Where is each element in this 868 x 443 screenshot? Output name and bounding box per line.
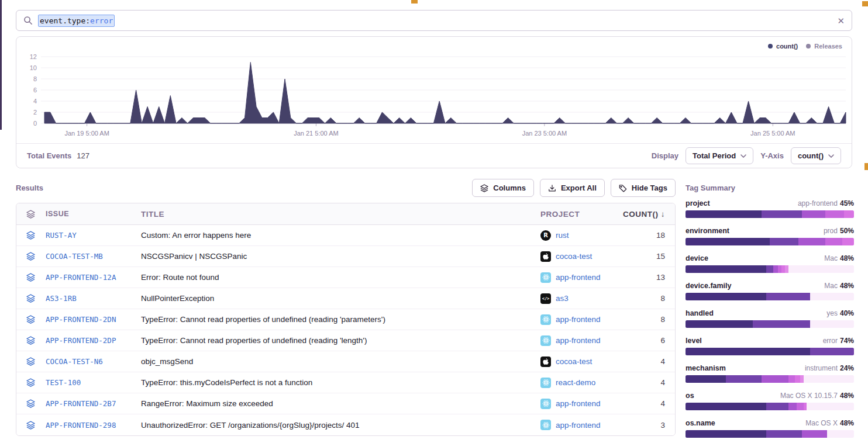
tag-bar-segment[interactable] [842, 238, 854, 245]
tag-bar-segment[interactable] [766, 430, 801, 438]
issue-link[interactable]: COCOA-TEST-MB [46, 252, 103, 261]
project-link[interactable]: app-frontend [556, 399, 601, 408]
tag-bar-segment[interactable] [810, 348, 854, 355]
tag-distribution-bar[interactable] [686, 403, 854, 410]
project-link[interactable]: app-frontend [556, 421, 601, 430]
table-row[interactable]: APP-FRONTEND-12A Error: Route not found … [16, 267, 675, 288]
tag-bar-segment[interactable] [802, 430, 827, 438]
tag-bar-segment[interactable] [825, 238, 842, 245]
issue-link[interactable]: APP-FRONTEND-298 [46, 421, 116, 430]
search-bar[interactable]: event.type:error ✕ [16, 10, 852, 31]
tag-bar-segment[interactable] [795, 375, 800, 383]
display-select[interactable]: Total Period [686, 147, 753, 164]
tag-bar-segment[interactable] [773, 265, 779, 273]
tag-distribution-bar[interactable] [686, 210, 854, 218]
table-row[interactable]: COCOA-TEST-N6 objc_msgSend cocoa-test 4 [16, 351, 675, 372]
issue-link[interactable]: TEST-100 [46, 378, 81, 387]
code-platform-icon: </> [540, 293, 551, 304]
search-clear-icon[interactable]: ✕ [837, 16, 845, 25]
project-link[interactable]: cocoa-test [556, 252, 592, 261]
tag-distribution-bar[interactable] [686, 265, 854, 273]
column-header-project[interactable]: PROJECT [540, 210, 622, 219]
table-row[interactable]: APP-FRONTEND-2DP TypeError: Cannot read … [16, 330, 675, 351]
tag-bar-segment[interactable] [762, 375, 788, 383]
issue-title: TypeError: Cannot read properties of und… [141, 336, 540, 345]
tag-summary-item: handled yes40% [686, 309, 854, 328]
table-row[interactable]: APP-FRONTEND-2DN TypeError: Cannot read … [16, 309, 675, 330]
tag-bar-segment[interactable] [766, 265, 773, 273]
columns-button[interactable]: Columns [472, 179, 534, 197]
project-link[interactable]: app-frontend [556, 273, 601, 282]
tag-bar-segment[interactable] [686, 375, 726, 383]
tag-distribution-bar[interactable] [686, 293, 854, 300]
tag-bar-segment[interactable] [686, 348, 810, 355]
search-input[interactable]: event.type:error [38, 15, 115, 27]
tag-summary-heading: Tag Summary [686, 184, 854, 192]
issue-stack-icon [16, 399, 46, 408]
tag-bar-segment[interactable] [686, 320, 753, 328]
tag-bar-segment[interactable] [766, 403, 788, 410]
tag-bar-segment[interactable] [686, 403, 766, 410]
tag-bar-segment[interactable] [726, 375, 761, 383]
project-link[interactable]: rust [556, 231, 569, 240]
project-link[interactable]: app-frontend [556, 315, 601, 324]
tag-bar-segment[interactable] [797, 403, 804, 410]
tag-bar-segment[interactable] [686, 430, 766, 438]
tag-bar-remainder [807, 403, 854, 410]
column-header-issue[interactable]: ISSUE [46, 210, 141, 218]
project-link[interactable]: app-frontend [556, 336, 601, 345]
legend-item[interactable]: Releases [806, 43, 842, 50]
tag-bar-segment[interactable] [844, 210, 854, 218]
tag-bar-segment[interactable] [802, 210, 825, 218]
tag-distribution-bar[interactable] [686, 348, 854, 355]
table-row[interactable]: AS3-1RB NullPointerException </>as3 8 [16, 288, 675, 309]
column-header-title[interactable]: TITLE [141, 210, 540, 219]
events-chart[interactable]: 024681012Jan 19 5:00 AMJan 21 5:00 AMJan… [16, 51, 852, 149]
issue-stack-icon [16, 294, 46, 303]
hide-tags-button[interactable]: Hide Tags [611, 179, 676, 197]
column-header-count[interactable]: COUNT() ↓ [622, 210, 675, 219]
legend-item[interactable]: count() [768, 43, 798, 50]
tag-bar-segment[interactable] [788, 403, 797, 410]
tag-summary-item: os Mac OS X 10.15.748% [686, 392, 854, 410]
issue-link[interactable]: AS3-1RB [46, 294, 77, 303]
tag-distribution-bar[interactable] [686, 320, 854, 328]
svg-text:4: 4 [33, 98, 37, 105]
tag-bar-segment[interactable] [766, 293, 810, 300]
issue-link[interactable]: COCOA-TEST-N6 [46, 357, 103, 366]
issue-link[interactable]: APP-FRONTEND-12A [46, 273, 116, 282]
tag-distribution-bar[interactable] [686, 238, 854, 245]
events-chart-panel: count() Releases 024681012Jan 19 5:00 AM… [16, 36, 852, 168]
tag-bar-segment[interactable] [798, 238, 825, 245]
tag-bar-segment[interactable] [753, 320, 810, 328]
table-row[interactable]: COCOA-TEST-MB NSCGSPanicv | NSCGSPanic c… [16, 246, 675, 267]
project-link[interactable]: react-demo [556, 378, 595, 387]
issue-link[interactable]: RUST-AY [46, 231, 77, 240]
issue-link[interactable]: APP-FRONTEND-2B7 [46, 399, 116, 408]
project-link[interactable]: as3 [556, 294, 569, 303]
tag-bar-segment[interactable] [825, 210, 844, 218]
yaxis-select[interactable]: count() [791, 147, 841, 164]
tag-bar-segment[interactable] [762, 210, 802, 218]
issue-link[interactable]: APP-FRONTEND-2DN [46, 315, 116, 324]
issue-stack-icon [16, 421, 46, 430]
table-row[interactable]: TEST-100 TypeError: this.myCodeIsPerfect… [16, 372, 675, 393]
tag-distribution-bar[interactable] [686, 430, 854, 438]
chart-legend[interactable]: count() Releases [768, 43, 842, 50]
apple-platform-icon [540, 357, 551, 367]
tag-bar-segment[interactable] [686, 265, 766, 273]
table-row[interactable]: APP-FRONTEND-2B7 RangeError: Maximum siz… [16, 393, 675, 414]
tag-bar-segment[interactable] [686, 210, 762, 218]
tag-bar-segment[interactable] [770, 238, 798, 245]
tag-bar-segment[interactable] [686, 293, 766, 300]
table-row[interactable]: RUST-AY Custom: An error happens here Rr… [16, 225, 675, 246]
tag-bar-segment[interactable] [686, 238, 770, 245]
tag-bar-segment[interactable] [788, 375, 795, 383]
tag-name: os.name [686, 419, 715, 427]
project-link[interactable]: cocoa-test [556, 357, 592, 366]
table-row[interactable]: APP-FRONTEND-298 UnauthorizedError: GET … [16, 414, 675, 435]
react-platform-icon [540, 378, 551, 388]
export-all-button[interactable]: Export All [540, 179, 605, 197]
tag-distribution-bar[interactable] [686, 375, 854, 383]
issue-link[interactable]: APP-FRONTEND-2DP [46, 336, 116, 345]
